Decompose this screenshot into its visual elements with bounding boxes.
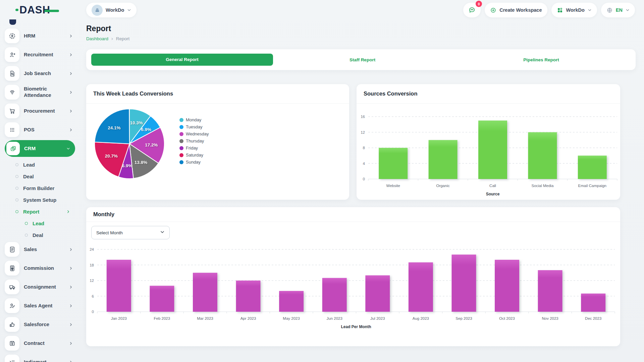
sidebar-item-label: Salesforce <box>24 321 64 328</box>
sidebar-item-procurement[interactable]: Procurement <box>5 103 75 119</box>
bar-apr-2023 <box>236 281 261 312</box>
salesforce-icon <box>5 317 19 332</box>
x-axis-label: Feb 2023 <box>154 316 170 320</box>
bar-feb-2023 <box>150 286 174 312</box>
sources-bar-chart: 1612840WebsiteOrganicCallSocial MediaEma… <box>357 104 620 200</box>
sales-icon <box>5 242 19 257</box>
x-axis-label: Aug 2023 <box>413 316 429 320</box>
top-header: WorkDo 0 Create Workspace WorkDo <box>77 0 644 20</box>
tab-general-report[interactable]: General Report <box>91 54 273 66</box>
sidebar-subitem-label: Deal <box>23 174 72 179</box>
x-axis-label: Email Campaign <box>578 184 606 188</box>
sidebar-subitem-label: Lead <box>33 221 72 226</box>
sidebar-subitem-deal[interactable]: Deal <box>5 229 75 241</box>
app-window: DASH HRMRecruitmentJob SearchBiometric A… <box>0 0 644 362</box>
pos-icon <box>5 122 19 137</box>
sidebar-subitem-lead[interactable]: Lead <box>5 218 75 229</box>
legend-dot <box>179 160 183 164</box>
y-axis-tick: 12 <box>90 279 94 283</box>
chevron-right-icon <box>69 247 73 252</box>
recruitment-icon <box>5 47 19 62</box>
sidebar-item-biometric-attendance[interactable]: Biometric Attendance <box>5 84 75 101</box>
sidebar-item-indiamart[interactable]: Indiamart <box>5 354 75 362</box>
bar-call <box>478 121 507 179</box>
sidebar-item-hrm[interactable]: HRM <box>5 27 75 44</box>
legend-dot <box>179 125 183 129</box>
sidebar-item-sales[interactable]: Sales <box>5 241 75 258</box>
sidebar-item-recruitment[interactable]: Recruitment <box>5 46 75 63</box>
chevron-right-icon <box>69 71 73 76</box>
x-axis-title: Source <box>486 192 500 196</box>
x-axis-label: Sep 2023 <box>455 316 472 320</box>
messages-button[interactable]: 0 <box>463 3 481 17</box>
sidebar-subitem-label: Report <box>23 209 61 215</box>
workdo-menu-button[interactable]: WorkDo <box>551 3 597 17</box>
bar-jun-2023 <box>322 278 347 312</box>
sidebar-item-label: Procurement <box>24 108 64 114</box>
bar-nov-2023 <box>538 270 562 312</box>
chevron-right-icon <box>69 90 73 95</box>
y-axis-tick: 4 <box>363 162 365 166</box>
chevron-down-icon <box>127 8 131 12</box>
sidebar-item-commission[interactable]: Commission <box>5 260 75 277</box>
sidebar-subitem-label: Form Builder <box>23 185 72 191</box>
globe-icon <box>606 7 613 13</box>
sidebar-item-job-search[interactable]: Job Search <box>5 65 75 82</box>
tab-pipelines-report[interactable]: Pipelines Report <box>452 57 631 62</box>
sidebar-subitem-deal[interactable]: Deal <box>5 171 75 182</box>
workdo-menu-label: WorkDo <box>566 7 585 13</box>
biometric-attendance-icon <box>5 85 19 100</box>
chevron-right-icon <box>69 322 73 327</box>
chevron-down-icon <box>160 230 165 236</box>
breadcrumb-dashboard-link[interactable]: Dashboard <box>86 36 108 41</box>
pie-slice-value: 24.1% <box>108 125 121 130</box>
sidebar-item-label: Biometric Attendance <box>24 86 64 99</box>
chevron-right-icon <box>69 109 73 113</box>
bullet-icon <box>15 175 18 178</box>
breadcrumb-separator: › <box>111 36 113 41</box>
workspace-selector[interactable]: WorkDo <box>86 3 137 17</box>
commission-icon <box>5 261 19 276</box>
sidebar-item-label: Job Search <box>24 70 64 77</box>
plus-circle-icon <box>490 7 496 13</box>
sidebar-subitem-lead[interactable]: Lead <box>5 159 75 171</box>
create-workspace-button[interactable]: Create Workspace <box>485 3 547 17</box>
x-axis-label: Call <box>489 184 496 188</box>
month-select-value: Select Month <box>96 230 160 235</box>
legend-label: Sunday <box>186 160 201 165</box>
sidebar-item-crm[interactable]: CRM <box>5 140 75 157</box>
procurement-icon <box>5 104 19 118</box>
crm-icon <box>6 142 20 155</box>
language-selector[interactable]: EN <box>601 3 635 17</box>
pie-slice-value: 10.3% <box>130 120 143 125</box>
legend-label: Tuesday <box>186 124 202 129</box>
bullet-icon <box>25 222 28 225</box>
sidebar-subitem-form-builder[interactable]: Form Builder <box>5 182 75 194</box>
chevron-right-icon <box>69 53 73 57</box>
sidebar-item-pos[interactable]: POS <box>5 121 75 138</box>
sidebar-item-contract[interactable]: Contract <box>5 335 75 352</box>
sidebar-subitem-system-setup[interactable]: System Setup <box>5 194 75 206</box>
sidebar-item-salesforce[interactable]: Salesforce <box>5 316 75 333</box>
chevron-right-icon <box>69 128 73 132</box>
sidebar-item-label: Sales <box>24 246 64 253</box>
chevron-down-icon <box>626 8 630 12</box>
legend-label: Saturday <box>186 153 203 158</box>
y-axis-tick: 8 <box>363 146 365 150</box>
sidebar-subitem-report[interactable]: Report <box>5 206 75 218</box>
bullet-icon <box>25 234 28 237</box>
sidebar-item-consignment[interactable]: Consignment <box>5 279 75 295</box>
x-axis-label: Nov 2023 <box>542 316 558 320</box>
card-header: This Week Leads Conversions <box>86 84 349 104</box>
month-select[interactable]: Select Month <box>91 226 170 239</box>
y-axis-tick: 18 <box>90 263 94 267</box>
app-logo[interactable]: DASH <box>5 0 72 20</box>
chevron-right-icon <box>69 304 73 308</box>
x-axis-label: Apr 2023 <box>240 316 256 320</box>
app-logo-text: DASH <box>19 4 50 16</box>
tab-staff-report[interactable]: Staff Report <box>273 57 452 62</box>
card-title: This Week Leads Conversions <box>93 90 173 97</box>
breadcrumb-current: Report <box>116 36 130 41</box>
chevron-down-icon <box>588 8 592 12</box>
sidebar-item-sales-agent[interactable]: Sales Agent <box>5 297 75 314</box>
